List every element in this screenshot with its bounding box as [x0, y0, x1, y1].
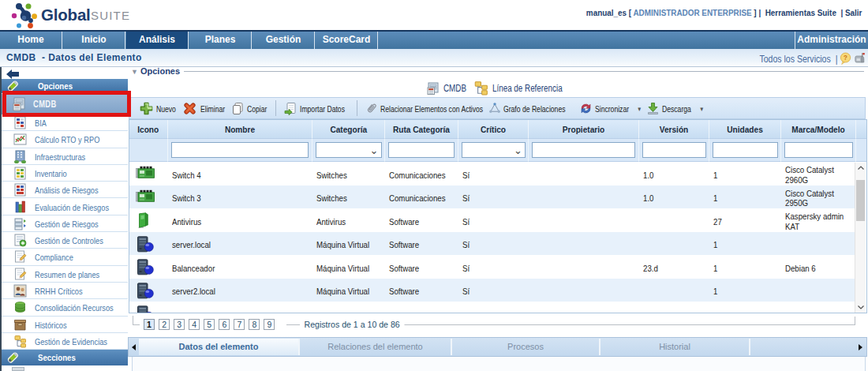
- svg-text:?: ?: [844, 54, 847, 62]
